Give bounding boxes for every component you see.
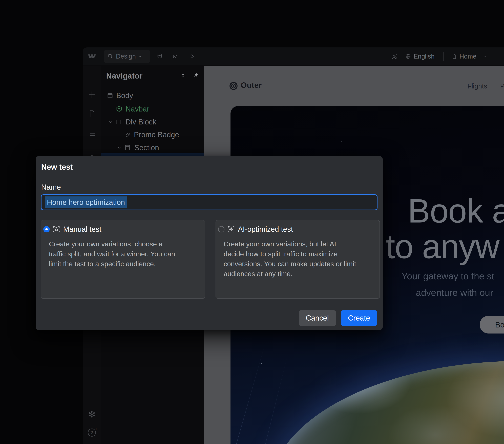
modal-header: New test <box>36 156 383 177</box>
modal-title: New test <box>41 162 73 172</box>
pages-icon[interactable] <box>88 110 96 118</box>
ai-test-title: AI-optimized test <box>238 225 293 233</box>
tree-item-label: Navbar <box>126 105 149 113</box>
analytics-chart-icon[interactable] <box>172 53 179 60</box>
cms-database-icon[interactable] <box>156 53 163 60</box>
navigator-header: Navigator <box>101 66 204 86</box>
star-dot <box>261 363 262 364</box>
help-question-glyph: ? <box>90 430 93 435</box>
link-icon <box>125 132 131 138</box>
chevron-down-icon[interactable] <box>483 54 487 58</box>
screen: Design <box>0 0 504 444</box>
radio-unselected-icon[interactable] <box>218 226 224 232</box>
star-dot <box>341 141 342 142</box>
help-icon[interactable]: ? + <box>88 428 96 437</box>
manual-test-flask-icon <box>53 225 60 233</box>
name-input-value: Home hero optimization <box>45 196 127 208</box>
tree-item-label: Promo Badge <box>134 131 179 139</box>
ai-optimized-test-option[interactable]: AI-optimized test Create your own variat… <box>216 220 380 299</box>
add-elements-icon[interactable] <box>87 90 97 99</box>
design-mode-dropdown[interactable]: Design <box>104 50 150 63</box>
tree-item-section[interactable]: Section <box>101 141 204 154</box>
design-mode-label: Design <box>116 53 136 60</box>
tree-item-promo-badge[interactable]: Promo Badge <box>101 128 204 141</box>
earth-image <box>269 361 504 444</box>
webflow-logo[interactable] <box>83 47 101 65</box>
tree-item-navbar[interactable]: Navbar <box>101 103 204 115</box>
outer-logo-icon <box>229 81 238 91</box>
hero-subtitle-line1: Your gateway to the st <box>401 271 494 281</box>
name-label: Name <box>41 183 61 191</box>
test-type-options: Manual test Create your own variations, … <box>41 220 380 299</box>
site-brand[interactable]: Outer <box>241 80 262 90</box>
modal-footer: Cancel Create <box>36 310 383 326</box>
collapse-expand-icon[interactable] <box>180 72 186 79</box>
locale-selector[interactable]: English <box>414 53 435 60</box>
chevron-down-icon[interactable] <box>108 120 112 124</box>
create-button[interactable]: Create <box>341 310 377 326</box>
page-selector[interactable]: Home <box>459 53 476 60</box>
ai-test-description: Create your own variations, but let AI d… <box>224 239 375 279</box>
new-test-modal: New test Name Home hero optimization Man… <box>36 156 383 330</box>
radio-selected-icon[interactable] <box>43 226 50 232</box>
site-nav-flights[interactable]: Flights <box>467 82 487 90</box>
chevron-down-icon[interactable] <box>117 145 122 150</box>
component-cube-icon <box>116 105 123 113</box>
globe-icon <box>405 53 411 59</box>
site-book-button[interactable]: Book <box>480 316 504 333</box>
pin-icon[interactable] <box>192 72 199 79</box>
tree-item-div-block[interactable]: Div Block <box>101 116 204 128</box>
top-toolbar: Design <box>83 47 504 65</box>
site-book-label: Book <box>495 320 504 329</box>
manual-test-option[interactable]: Manual test Create your own variations, … <box>41 220 205 299</box>
div-block-icon <box>115 118 122 125</box>
tree-item-label: Body <box>116 91 133 100</box>
hero-subtitle-line2: adventure with our <box>416 288 493 298</box>
cancel-button[interactable]: Cancel <box>299 310 336 326</box>
preview-play-icon[interactable] <box>189 53 195 60</box>
site-navbar: Outer Flights P <box>204 66 504 106</box>
hero-headline-line1: Book a <box>408 193 504 229</box>
name-input[interactable]: Home hero optimization <box>41 194 378 210</box>
design-cursor-icon <box>108 53 114 59</box>
hero-headline-line2: to anyw <box>386 229 499 264</box>
chevron-down-icon <box>138 54 142 58</box>
topbar-right-cluster: English Home <box>391 47 504 65</box>
tree-item-body[interactable]: Body <box>101 89 204 102</box>
settings-gear-icon[interactable]: ✻ <box>88 410 96 419</box>
help-plus-glyph: + <box>95 426 98 432</box>
tree-item-label: Section <box>134 143 159 152</box>
body-icon <box>107 92 113 99</box>
ai-sparkle-icon <box>227 225 235 233</box>
page-icon <box>451 53 457 59</box>
meteor-streak <box>237 355 288 444</box>
navigator-title: Navigator <box>106 71 143 80</box>
navigator-panel-icon[interactable] <box>88 130 96 138</box>
meteor-streak <box>231 342 266 444</box>
manual-test-description: Create your own variations, choose a tra… <box>49 239 200 269</box>
webflow-logo-icon <box>87 53 97 60</box>
section-icon <box>124 144 131 151</box>
topbar-divider <box>443 52 444 61</box>
tree-item-label: Div Block <box>126 118 156 126</box>
focus-preview-icon[interactable] <box>391 53 397 60</box>
manual-test-title: Manual test <box>63 225 101 233</box>
site-nav-next[interactable]: P <box>500 82 504 90</box>
